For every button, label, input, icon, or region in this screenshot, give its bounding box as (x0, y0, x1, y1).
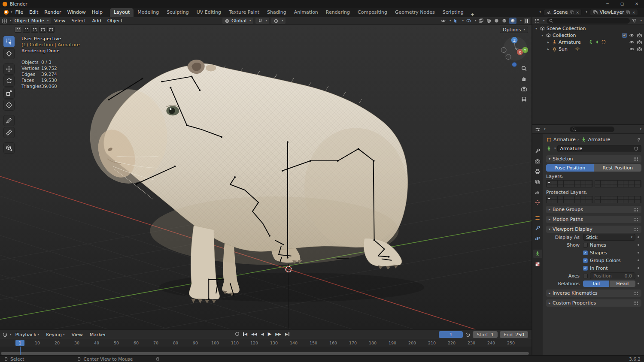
shading-caret-icon[interactable]: ▾ (520, 19, 522, 22)
panel-grip-icon[interactable] (633, 217, 639, 222)
shading-rendered-active[interactable] (509, 18, 516, 24)
pose-position-button[interactable]: Pose Position (546, 164, 594, 172)
menu-playback[interactable]: Playback▾ (12, 330, 43, 339)
next-keyframe-button[interactable]: ▶▶ (275, 332, 281, 336)
play-button[interactable]: ▶ (268, 331, 271, 337)
fake-user-shield-icon[interactable] (634, 146, 638, 151)
tab-output[interactable] (533, 167, 542, 175)
shading-wireframe-icon[interactable] (486, 18, 492, 24)
protected-grid-a[interactable] (546, 196, 593, 203)
datablock-name-field[interactable]: Armature (557, 145, 641, 152)
pause-render-button[interactable] (524, 18, 530, 24)
gizmos-caret-icon[interactable]: ▾ (462, 19, 464, 22)
viewlayer-browse-caret-icon[interactable]: ▾ (586, 11, 587, 14)
tool-select-box[interactable] (3, 36, 15, 47)
tool-measure[interactable] (3, 127, 15, 138)
panel-header-viewport-display[interactable]: ▾ Viewport Display (546, 226, 641, 233)
xray-toggle-icon[interactable] (478, 18, 484, 24)
tool-rotate[interactable] (3, 75, 15, 87)
relations-tail-button[interactable]: Tail (583, 281, 609, 287)
current-frame-field[interactable]: 1 (439, 331, 463, 338)
tab-rendering[interactable]: Rendering (322, 8, 354, 17)
tab-uv-editing[interactable]: UV Editing (193, 8, 225, 17)
proportional-edit-toggle[interactable]: ▾ (271, 18, 286, 24)
unlink-scene-icon[interactable]: × (576, 10, 580, 15)
tool-transform[interactable] (3, 100, 15, 111)
scene-selector[interactable]: Scene × (544, 9, 582, 16)
mode-dropdown[interactable]: Object Mode ▾ (12, 18, 51, 24)
orientation-dropdown[interactable]: Global ▾ (222, 18, 253, 24)
minimize-button[interactable]: ─ (600, 0, 615, 8)
animate-decorator[interactable] (635, 259, 641, 261)
shapes-checkbox[interactable]: ✓ (583, 250, 588, 255)
new-viewlayer-icon[interactable] (626, 10, 630, 15)
tool-add-cube[interactable] (3, 142, 15, 154)
toggle-perspective-icon[interactable] (521, 96, 527, 103)
viewlayer-selector[interactable]: ViewLayer × (590, 9, 638, 16)
overlays-caret-icon[interactable]: ▾ (475, 19, 477, 22)
panel-header-inverse-kinematics[interactable]: ▸ Inverse Kinematics (546, 290, 641, 297)
blender-menu-icon[interactable] (3, 9, 9, 15)
hide-eye-icon[interactable] (629, 46, 635, 52)
tab-compositing[interactable]: Compositing (354, 8, 391, 17)
snap-toggle[interactable]: ▾ (255, 18, 270, 24)
panel-header-bone-groups[interactable]: ▸ Bone Groups (546, 206, 641, 213)
prev-keyframe-button[interactable]: ◀◀ (251, 332, 257, 336)
gizmo-neg-y-ball[interactable] (506, 54, 511, 59)
timeline-editor-caret-icon[interactable]: ▾ (10, 333, 12, 336)
properties-search-input[interactable] (570, 127, 614, 132)
hide-eye-icon[interactable] (629, 33, 635, 38)
menu-edit[interactable]: Edit (26, 8, 41, 17)
breadcrumb-object[interactable]: Armature (553, 137, 576, 142)
menu-marker[interactable]: Marker (87, 330, 109, 339)
menu-file[interactable]: File (12, 8, 26, 17)
tab-object-data[interactable] (533, 250, 542, 258)
gizmo-neg-x-ball[interactable] (501, 47, 506, 52)
preview-range-clock-icon[interactable] (465, 332, 471, 338)
select-mode-lasso[interactable] (39, 27, 46, 33)
panel-grip-icon[interactable] (633, 157, 639, 161)
menu-help[interactable]: Help (89, 8, 106, 17)
camera-view-icon[interactable] (521, 86, 527, 92)
animate-decorator[interactable] (635, 275, 641, 277)
jump-to-start-button[interactable]: ◀ (243, 332, 247, 336)
tab-shading[interactable]: Shading (263, 8, 290, 17)
tab-texture[interactable] (533, 260, 542, 268)
menu-add[interactable]: Add (89, 18, 103, 24)
select-mode-tweak[interactable] (15, 27, 22, 33)
auto-keying-record-icon[interactable] (235, 332, 239, 336)
relations-head-button[interactable]: Head (609, 281, 636, 287)
tab-modeling[interactable]: Modeling (134, 8, 163, 17)
menu-select[interactable]: Select (69, 18, 88, 24)
outliner-search-input[interactable] (547, 18, 630, 24)
remove-viewlayer-icon[interactable]: × (632, 10, 635, 15)
panel-grip-icon[interactable] (633, 301, 639, 305)
jump-to-end-button[interactable]: ▶ (285, 332, 289, 336)
add-workspace-button[interactable]: + (468, 12, 477, 17)
render-visibility-icon[interactable] (637, 39, 642, 45)
visibility-icon[interactable] (440, 18, 446, 24)
tab-render[interactable] (533, 157, 542, 165)
gizmo-orbit-dot[interactable] (512, 62, 517, 67)
shading-solid-icon[interactable] (494, 18, 499, 24)
tab-texture-paint[interactable]: Texture Paint (225, 8, 263, 17)
new-scene-icon[interactable] (570, 10, 574, 15)
tool-annotate[interactable] (3, 115, 15, 126)
tab-modifiers[interactable] (533, 224, 542, 232)
axes-position-slider[interactable]: Position 0.0 (590, 272, 635, 279)
playhead[interactable]: 1 (15, 340, 24, 346)
tab-physics[interactable] (533, 234, 542, 242)
protected-grid-b[interactable] (595, 196, 641, 203)
tab-layout[interactable]: Layout (110, 8, 134, 17)
menu-window[interactable]: Window (64, 8, 88, 17)
panel-header-skeleton[interactable]: ▾ Skeleton (546, 155, 641, 163)
menu-view[interactable]: View (52, 18, 68, 24)
hide-eye-icon[interactable] (629, 39, 635, 45)
tab-object[interactable] (533, 214, 542, 222)
animate-decorator[interactable] (635, 252, 641, 253)
select-mode-box[interactable] (23, 27, 30, 33)
panel-header-custom-properties[interactable]: ▸ Custom Properties (546, 299, 641, 307)
overlays-toggle-icon[interactable] (466, 18, 471, 24)
layers-grid-a[interactable] (546, 180, 593, 187)
panel-header-motion-paths[interactable]: ▸ Motion Pa​ths (546, 216, 641, 223)
